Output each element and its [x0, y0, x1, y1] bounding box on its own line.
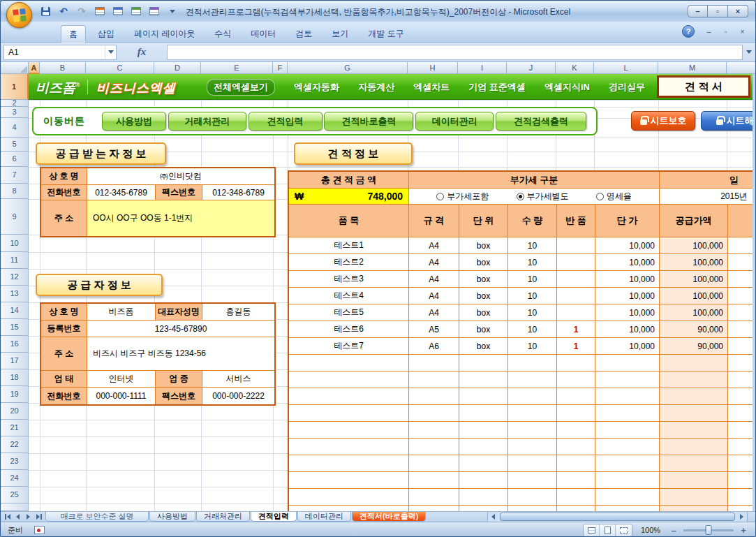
quote-cell-empty[interactable]: [660, 372, 728, 388]
row-header[interactable]: 20: [1, 403, 29, 420]
quote-cell-empty[interactable]: [728, 405, 753, 422]
quote-cell-empty[interactable]: [660, 388, 728, 405]
row-header[interactable]: 18: [1, 369, 29, 386]
quote-cell-empty[interactable]: [459, 372, 508, 388]
quote-cell-amount[interactable]: 100,000: [660, 288, 728, 304]
quote-cell-unit[interactable]: box: [459, 237, 508, 254]
row-header[interactable]: 13: [1, 286, 29, 302]
quote-cell-empty[interactable]: [289, 355, 409, 372]
zoom-slider-thumb[interactable]: [706, 525, 712, 535]
vat-option[interactable]: 부가세포함: [436, 191, 489, 203]
quote-cell-price[interactable]: 10,000: [595, 237, 660, 254]
quote-cell-empty[interactable]: [459, 439, 508, 455]
supplier-ceo-value[interactable]: 홍길동: [202, 304, 274, 321]
prev-sheet-button[interactable]: [14, 513, 22, 521]
quote-cell-empty[interactable]: [409, 489, 459, 506]
quote-cell-empty[interactable]: [409, 472, 459, 489]
horizontal-scrollbar[interactable]: [487, 512, 747, 522]
quote-cell-empty[interactable]: [289, 388, 409, 405]
normal-view-button[interactable]: [584, 524, 600, 536]
quote-cell-name[interactable]: 테스트3: [289, 271, 409, 288]
name-box-dropdown[interactable]: [105, 45, 116, 59]
qat-custom-button-1[interactable]: [93, 4, 107, 18]
quote-cell-price[interactable]: 10,000: [595, 288, 660, 304]
quote-cell-ret[interactable]: [557, 304, 595, 321]
quote-cell-empty[interactable]: [728, 388, 753, 405]
quote-cell-amount[interactable]: 90,000: [660, 321, 728, 338]
quote-cell-spec[interactable]: A4: [409, 288, 459, 304]
scrollbar-thumb[interactable]: [500, 513, 735, 521]
column-header[interactable]: F: [273, 62, 288, 74]
recipient-phone-value[interactable]: 012-345-6789: [87, 185, 156, 200]
business-excel-logo[interactable]: 비즈니스엑셀: [96, 80, 176, 96]
quote-cell-empty[interactable]: [595, 489, 660, 506]
row-header[interactable]: 25: [1, 487, 29, 503]
quote-cell-spec[interactable]: A6: [409, 338, 459, 355]
scroll-left-button[interactable]: [488, 512, 498, 522]
quote-cell-empty[interactable]: [289, 472, 409, 489]
quote-cell-empty[interactable]: [459, 506, 508, 511]
column-header[interactable]: A: [29, 62, 40, 74]
quote-cell-empty[interactable]: [557, 472, 595, 489]
quote-cell-empty[interactable]: [508, 388, 557, 405]
vat-option[interactable]: 부가세별도: [517, 191, 569, 203]
quote-cell-amount[interactable]: 100,000: [660, 237, 728, 254]
quote-cell-name[interactable]: 테스트4: [289, 288, 409, 304]
quote-cell-unit[interactable]: box: [459, 288, 508, 304]
qat-customize-button[interactable]: [165, 4, 179, 18]
quote-cell-empty[interactable]: [557, 388, 595, 405]
sheet-tab[interactable]: 견적서(바로출력): [352, 512, 426, 522]
page-layout-view-button[interactable]: [600, 524, 616, 536]
quote-cell-amount[interactable]: 100,000: [660, 254, 728, 271]
banner-menu-item[interactable]: 엑셀차트: [413, 81, 450, 94]
ribbon-tab[interactable]: 수식: [207, 25, 239, 43]
banner-menu-item[interactable]: 엑셀지식iN: [544, 81, 590, 94]
quote-cell-amount[interactable]: 90,000: [660, 338, 728, 355]
quote-cell-empty[interactable]: [409, 405, 459, 422]
row-header[interactable]: 2: [1, 100, 29, 107]
quote-cell-empty[interactable]: [557, 439, 595, 455]
quote-cell-empty[interactable]: [459, 455, 508, 472]
quote-cell-empty[interactable]: [508, 489, 557, 506]
workbook-restore-button[interactable]: ▫: [718, 26, 733, 37]
quote-cell-price[interactable]: 10,000: [595, 254, 660, 271]
quote-cell-empty[interactable]: [595, 472, 660, 489]
name-box[interactable]: A1: [3, 45, 117, 60]
sheet-tab[interactable]: 견적입력: [251, 512, 297, 522]
maximize-button[interactable]: ▫: [708, 5, 728, 17]
column-header[interactable]: K: [556, 62, 594, 74]
column-header[interactable]: L: [594, 62, 658, 74]
quote-cell-empty[interactable]: [459, 405, 508, 422]
sheet-tab[interactable]: 데이터관리: [297, 512, 351, 522]
supplier-phone-value[interactable]: 000-000-1111: [87, 388, 156, 404]
quote-cell-empty[interactable]: [660, 489, 728, 506]
quote-cell-extra[interactable]: [728, 304, 753, 321]
quote-cell-price[interactable]: 10,000: [595, 271, 660, 288]
supplier-reg-value[interactable]: 123-45-67890: [87, 321, 274, 337]
bizforms-logo[interactable]: 비즈폼®: [36, 79, 80, 97]
quote-cell-qty[interactable]: 10: [508, 254, 557, 271]
quote-cell-qty[interactable]: 10: [508, 288, 557, 304]
quote-cell-empty[interactable]: [409, 422, 459, 439]
quote-cell-empty[interactable]: [508, 472, 557, 489]
macro-record-icon[interactable]: [34, 526, 45, 534]
office-button[interactable]: [6, 2, 32, 28]
quote-cell-spec[interactable]: A4: [409, 254, 459, 271]
total-amount-cell[interactable]: ₩ 748,000: [289, 189, 409, 205]
quote-cell-name[interactable]: 테스트6: [289, 321, 409, 338]
quote-cell-empty[interactable]: [459, 489, 508, 506]
supplier-address-value[interactable]: 비즈시 비즈구 비즈동 1234-56: [87, 337, 274, 371]
ribbon-tab[interactable]: 개발 도구: [360, 25, 411, 43]
quote-cell-spec[interactable]: A4: [409, 271, 459, 288]
nav-button[interactable]: 견적검색출력: [496, 112, 586, 131]
quote-cell-empty[interactable]: [289, 506, 409, 511]
row-header[interactable]: 11: [1, 252, 29, 269]
date-value[interactable]: 2015년: [660, 189, 753, 205]
quote-cell-empty[interactable]: [728, 355, 753, 372]
select-all-corner[interactable]: [1, 62, 29, 74]
quote-cell-empty[interactable]: [459, 422, 508, 439]
ribbon-tab[interactable]: 삽입: [90, 25, 122, 43]
ribbon-tab[interactable]: 보기: [324, 25, 356, 43]
row-header[interactable]: 23: [1, 453, 29, 470]
sheet-protect-button[interactable]: 시트보호: [631, 111, 695, 131]
